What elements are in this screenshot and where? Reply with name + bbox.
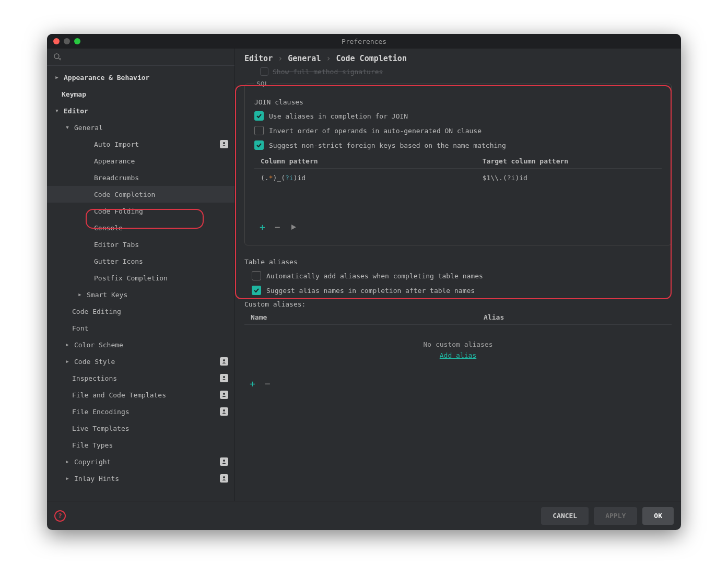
sidebar-item-gen-appearance[interactable]: Appearance	[47, 152, 234, 169]
preferences-window: Preferences ▶Appearance & BehaviorKeymap…	[47, 34, 681, 530]
checkbox-unchecked-icon[interactable]	[254, 126, 264, 135]
sidebar-item-color-scheme[interactable]: ▶Color Scheme	[47, 336, 234, 353]
sql-group: SQL JOIN clauses Use aliases in completi…	[244, 80, 672, 245]
svg-point-4	[223, 359, 225, 361]
pattern-target-value: $1\\.(?i)id	[483, 174, 662, 182]
add-alias-link[interactable]: Add alias	[440, 351, 476, 359]
sidebar-item-file-encodings[interactable]: File Encodings	[47, 403, 234, 420]
cancel-button[interactable]: CANCEL	[541, 507, 589, 525]
add-alias-button[interactable]: +	[250, 378, 255, 389]
sidebar-item-inlay-hints[interactable]: ▶Inlay Hints	[47, 470, 234, 487]
chevron-right-icon[interactable]: ▶	[53, 75, 61, 80]
svg-point-6	[223, 393, 225, 395]
checkbox-checked-icon[interactable]	[252, 286, 261, 295]
sidebar-item-auto-import[interactable]: Auto Import	[47, 136, 234, 152]
sidebar-item-label: Code Folding	[94, 207, 228, 215]
sidebar-item-label: File Types	[72, 441, 228, 449]
project-badge-icon	[220, 391, 228, 399]
add-pattern-button[interactable]: +	[260, 221, 265, 232]
help-button[interactable]: ?	[54, 510, 66, 522]
project-badge-icon	[220, 140, 228, 148]
add-alias-link-row: Add alias	[244, 351, 672, 375]
footer: ? CANCEL APPLY OK	[47, 501, 681, 530]
checkbox-checked-icon[interactable]	[254, 111, 264, 121]
sidebar-item-breadcrumbs[interactable]: Breadcrumbs	[47, 169, 234, 186]
run-pattern-button[interactable]	[290, 224, 297, 231]
chk-auto-alias-row[interactable]: Automatically add aliases when completin…	[252, 271, 672, 280]
chevron-right-icon[interactable]: ▶	[76, 292, 84, 297]
minimize-window-button[interactable]	[64, 38, 70, 44]
scroll-area[interactable]: Show full method signatures SQL JOIN cla…	[235, 66, 681, 501]
sidebar-item-label: Postfix Completion	[94, 274, 228, 282]
remove-alias-button[interactable]: −	[265, 378, 271, 389]
chk-suggest-alias-row[interactable]: Suggest alias names in completion after …	[252, 286, 672, 295]
sidebar-item-editor[interactable]: ▼Editor	[47, 102, 234, 119]
chk-suggest-fk-row[interactable]: Suggest non-strict foreign keys based on…	[254, 140, 662, 150]
alias-empty-text: No custom aliases	[244, 325, 672, 351]
search-icon[interactable]	[53, 53, 62, 61]
window-title: Preferences	[47, 38, 681, 45]
chevron-down-icon[interactable]: ▼	[53, 108, 61, 113]
sidebar-item-console[interactable]: Console	[47, 219, 234, 236]
close-window-button[interactable]	[53, 38, 60, 44]
alias-alias-header: Alias	[484, 313, 672, 321]
sidebar-item-label: Code Style	[74, 358, 220, 366]
sidebar-item-code-style[interactable]: ▶Code Style	[47, 353, 234, 370]
checkbox-checked-icon[interactable]	[254, 140, 264, 150]
chk-invert-label: Invert order of operands in auto-generat…	[269, 127, 482, 135]
pattern-row[interactable]: (.*)_(?i)id $1\\.(?i)id	[254, 169, 662, 187]
chk-suggest-alias-label: Suggest alias names in completion after …	[266, 287, 475, 295]
table-aliases-heading: Table aliases	[244, 258, 672, 266]
sidebar-item-label: Code Editing	[72, 308, 228, 315]
chevron-down-icon[interactable]: ▼	[64, 125, 71, 130]
sidebar-item-label: Code Completion	[94, 191, 228, 198]
svg-point-7	[223, 409, 225, 412]
sidebar-item-font[interactable]: Font	[47, 320, 234, 336]
remove-pattern-button[interactable]: −	[275, 221, 280, 232]
ok-button[interactable]: OK	[642, 507, 674, 525]
sidebar-item-file-types[interactable]: File Types	[47, 437, 234, 453]
chevron-right-icon[interactable]: ▶	[64, 359, 71, 364]
breadcrumb-general: General	[288, 54, 321, 63]
sidebar-item-label: Copyright	[74, 458, 220, 466]
pattern-table: Column pattern Target column pattern (.*…	[254, 157, 662, 236]
sidebar-item-appearance-behavior[interactable]: ▶Appearance & Behavior	[47, 69, 234, 86]
chk-use-aliases-row[interactable]: Use aliases in completion for JOIN	[254, 111, 662, 121]
chevron-right-icon[interactable]: ▶	[64, 476, 71, 481]
sidebar-item-code-editing[interactable]: Code Editing	[47, 303, 234, 320]
sidebar-item-smart-keys[interactable]: ▶Smart Keys	[47, 286, 234, 303]
chk-invert-row[interactable]: Invert order of operands in auto-generat…	[254, 126, 662, 135]
chevron-right-icon[interactable]: ▶	[64, 342, 71, 347]
sidebar-item-code-completion[interactable]: Code Completion	[47, 186, 234, 203]
sidebar-item-label: Auto Import	[94, 140, 220, 148]
sidebar-item-general[interactable]: ▼General	[47, 119, 234, 136]
svg-point-3	[223, 142, 225, 144]
breadcrumb-editor: Editor	[244, 54, 273, 63]
sidebar-item-label: Live Templates	[72, 425, 228, 432]
breadcrumb-code-completion: Code Completion	[336, 54, 406, 63]
sidebar-item-postfix-completion[interactable]: Postfix Completion	[47, 269, 234, 286]
maximize-window-button[interactable]	[74, 38, 80, 44]
sidebar-item-code-folding[interactable]: Code Folding	[47, 203, 234, 219]
sidebar-item-label: File Encodings	[72, 408, 220, 416]
project-badge-icon	[220, 457, 228, 466]
sidebar-item-live-templates[interactable]: Live Templates	[47, 420, 234, 437]
apply-button[interactable]: APPLY	[594, 507, 637, 525]
sidebar-item-label: Smart Keys	[87, 291, 228, 299]
body: ▶Appearance & BehaviorKeymap▼Editor▼Gene…	[47, 49, 681, 501]
sidebar-item-gutter-icons[interactable]: Gutter Icons	[47, 253, 234, 269]
svg-line-2	[60, 58, 61, 60]
sidebar-item-label: Inlay Hints	[74, 475, 220, 483]
chevron-right-icon[interactable]: ▶	[64, 459, 71, 464]
checkbox-unchecked-icon[interactable]	[252, 271, 261, 280]
sidebar-item-label: Breadcrumbs	[94, 174, 228, 182]
sidebar-item-inspections[interactable]: Inspections	[47, 370, 234, 386]
sidebar-item-editor-tabs[interactable]: Editor Tabs	[47, 236, 234, 253]
settings-sidebar: ▶Appearance & BehaviorKeymap▼Editor▼Gene…	[47, 49, 235, 501]
sidebar-item-copyright[interactable]: ▶Copyright	[47, 453, 234, 470]
sidebar-item-file-templates[interactable]: File and Code Templates	[47, 386, 234, 403]
sidebar-item-keymap[interactable]: Keymap	[47, 86, 234, 102]
sidebar-item-label: Editor	[64, 107, 228, 115]
alias-table-header: Name Alias	[244, 313, 672, 325]
chk-auto-alias-label: Automatically add aliases when completin…	[266, 272, 483, 280]
